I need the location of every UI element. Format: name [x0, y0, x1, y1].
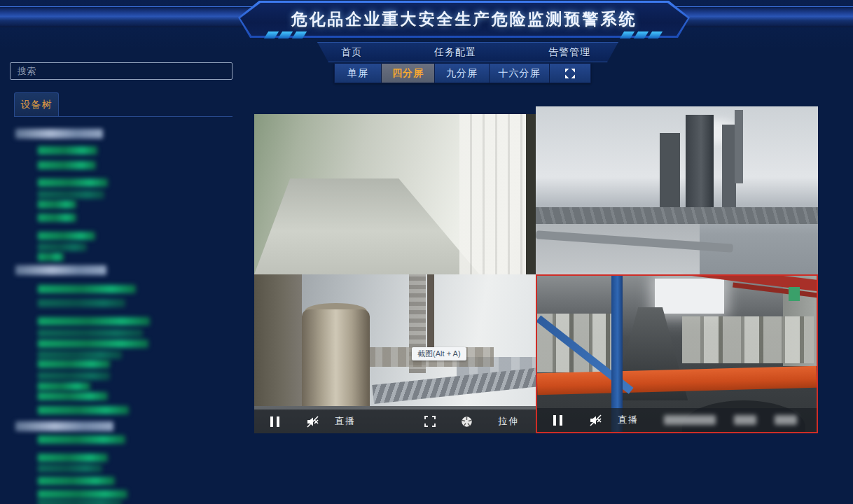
pause-button[interactable] — [268, 416, 281, 427]
tab-sixteen-screen[interactable]: 十六分屏 — [490, 64, 550, 83]
tab-single-screen[interactable]: 单屏 — [335, 64, 382, 83]
tree-device-item[interactable] — [38, 253, 64, 261]
tree-device-item[interactable] — [38, 464, 102, 472]
tree-device-item[interactable] — [38, 382, 90, 391]
tree-device-item[interactable] — [38, 490, 127, 498]
live-badge: 直播 — [335, 415, 356, 428]
fullscreen-button[interactable] — [550, 64, 590, 83]
tree-tab-underline — [14, 116, 233, 117]
expand-arrows-icon — [564, 68, 576, 79]
tree-device-item[interactable] — [38, 351, 122, 359]
tree-device-item[interactable] — [38, 406, 129, 414]
screenshot-tooltip: 截图(Alt + A) — [412, 347, 466, 360]
device-tree-list — [8, 125, 240, 504]
tree-device-item[interactable] — [38, 435, 125, 444]
tab-device-tree[interactable]: 设备树 — [14, 92, 59, 117]
plant-piperack-scene — [536, 106, 818, 274]
tree-device-item[interactable] — [38, 243, 87, 251]
header-slash-decoration-left — [266, 31, 305, 38]
tree-group-item[interactable] — [15, 129, 103, 139]
tree-group-item[interactable] — [15, 265, 106, 275]
tab-nine-screen[interactable]: 九分屏 — [435, 64, 490, 83]
video-feed-bottom-right[interactable]: 直播 — [536, 274, 818, 433]
tree-device-item[interactable] — [38, 454, 108, 462]
tree-device-item[interactable] — [38, 329, 143, 337]
nav-item-task-config[interactable]: 任务配置 — [434, 46, 476, 59]
tree-device-item[interactable] — [38, 372, 110, 380]
header-slash-decoration-right — [622, 31, 660, 38]
video-control-bar: 直播 — [537, 408, 817, 432]
video-feed-top-right[interactable] — [536, 106, 818, 274]
live-badge: 直播 — [618, 414, 639, 426]
corridor-scene — [254, 114, 536, 274]
tree-device-item[interactable] — [38, 178, 108, 187]
nav-item-home[interactable]: 首页 — [341, 46, 362, 59]
nav-item-alarm-management[interactable]: 告警管理 — [548, 46, 590, 59]
tree-device-item[interactable] — [38, 161, 96, 169]
main-nav: 首页 任务配置 告警管理 — [317, 42, 618, 62]
video-wall: 截图(Alt + A) 直播 — [254, 106, 818, 433]
mute-icon[interactable] — [306, 416, 319, 428]
tree-device-item[interactable] — [38, 299, 125, 307]
tree-device-item[interactable] — [38, 190, 104, 199]
stretch-button[interactable]: 拉伸 — [498, 415, 519, 428]
tree-device-item[interactable] — [38, 214, 76, 222]
tree-device-item[interactable] — [38, 499, 122, 504]
tree-device-item[interactable] — [38, 200, 76, 209]
page-title: 危化品企业重大安全生产危险监测预警系统 — [291, 8, 637, 30]
snapshot-aperture-icon[interactable] — [461, 416, 473, 428]
tree-device-item[interactable] — [38, 285, 136, 293]
tree-device-item[interactable] — [38, 232, 95, 240]
tree-device-item[interactable] — [38, 360, 110, 368]
screen-layout-tabs: 单屏 四分屏 九分屏 十六分屏 — [334, 63, 591, 83]
fullscreen-icon[interactable] — [424, 416, 436, 427]
video-control-bar: 直播 — [254, 410, 536, 433]
tree-device-item[interactable] — [38, 392, 108, 400]
video-feed-top-left[interactable] — [254, 114, 536, 274]
mute-icon[interactable] — [589, 414, 602, 426]
tree-device-item[interactable] — [38, 340, 148, 348]
device-tree-tab-label: 设备树 — [21, 99, 53, 111]
tree-device-item[interactable] — [38, 146, 97, 155]
tab-quad-screen[interactable]: 四分屏 — [382, 64, 435, 83]
redacted-controls — [664, 415, 797, 425]
pause-button[interactable] — [551, 415, 564, 426]
search-input[interactable] — [10, 62, 233, 80]
tree-device-item[interactable] — [38, 477, 115, 485]
video-feed-bottom-left[interactable]: 截图(Alt + A) 直播 — [254, 274, 536, 433]
monitoring-dashboard: 危化品企业重大安全生产危险监测预警系统 首页 任务配置 告警管理 单屏 四分屏 … — [0, 0, 853, 504]
tree-device-item[interactable] — [38, 317, 150, 326]
tree-group-item[interactable] — [15, 421, 113, 431]
